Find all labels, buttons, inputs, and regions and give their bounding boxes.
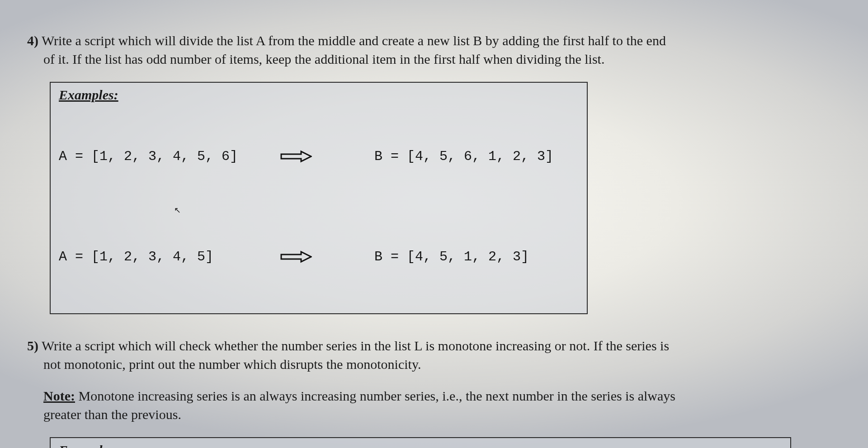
question-5-line1: Write a script which will check whether … [42,338,669,353]
examples-label: Examples: [59,443,782,448]
question-5-examples-box: Examples: L = [2, 6, 8, 11, 14, 17] The … [50,437,791,448]
question-5-text: 5) Write a script which will check wheth… [27,337,841,373]
note-label: Note: [43,388,75,403]
note-text-line1: Monotone increasing series is an always … [75,388,675,403]
document-page: 4) Write a script which will divide the … [0,0,868,448]
question-4-text: 4) Write a script which will divide the … [27,32,841,68]
question-5-number: 5) [27,338,38,353]
question-5: 5) Write a script which will check wheth… [27,337,841,448]
example-row: A = [1, 2, 3, 4, 5, 6] B = [4, 5, 6, 1, … [59,106,579,207]
arrow-icon [280,207,362,307]
note-text-line2: greater than the previous. [43,406,841,424]
example-input: A = [1, 2, 3, 4, 5] [59,246,276,268]
question-5-line2: not monotonic, print out the number whic… [43,355,841,374]
question-4-line2: of it. If the list has odd number of ite… [43,50,841,69]
examples-label: Examples: [59,87,579,103]
example-output: B = [4, 5, 1, 2, 3] [374,246,579,268]
example-input: A = [1, 2, 3, 4, 5, 6] [59,146,276,167]
arrow-icon [280,106,362,207]
example-row: A = [1, 2, 3, 4, 5] ↖ B = [4, 5, 1, 2, 3… [59,207,579,307]
question-4: 4) Write a script which will divide the … [27,32,841,314]
question-4-examples-box: Examples: A = [1, 2, 3, 4, 5, 6] B = [4,… [50,82,588,314]
example-output: B = [4, 5, 6, 1, 2, 3] [374,146,579,167]
question-4-line1: Write a script which will divide the lis… [42,33,666,48]
question-4-number: 4) [27,33,38,48]
question-5-note: Note: Monotone increasing series is an a… [43,387,841,424]
